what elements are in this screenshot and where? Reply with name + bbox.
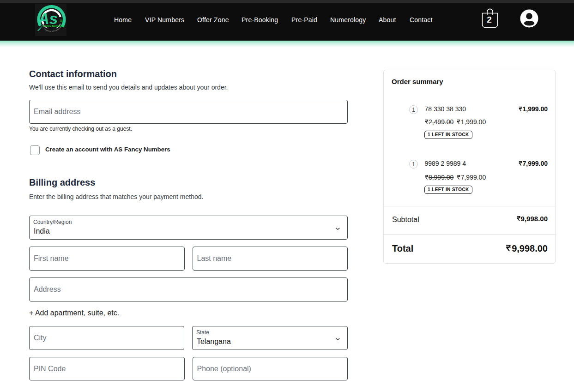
svg-text:Fancy Numbers: Fancy Numbers	[43, 24, 65, 27]
